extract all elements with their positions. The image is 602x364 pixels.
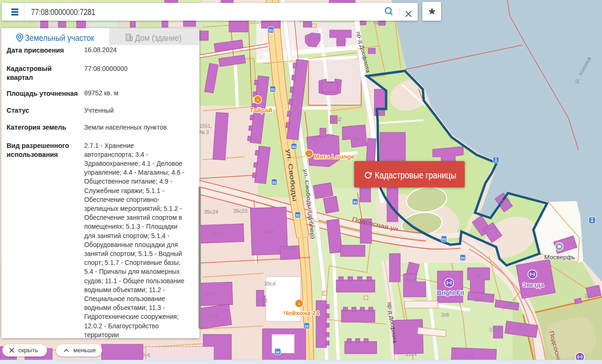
svg-text:35с23: 35с23 <box>233 208 247 214</box>
svg-text:31: 31 <box>353 200 357 204</box>
svg-text:31: 31 <box>442 237 446 241</box>
svg-text:35с7: 35с7 <box>213 230 224 236</box>
svg-text:31: 31 <box>269 28 273 32</box>
svg-text:31: 31 <box>271 87 275 92</box>
svg-text:3: 3 <box>353 310 356 316</box>
svg-text:36к1: 36к1 <box>353 136 364 142</box>
svg-text:35с5: 35с5 <box>263 229 275 234</box>
svg-text:Звезда: Звезда <box>523 281 544 288</box>
svg-text:44к2: 44к2 <box>336 39 347 44</box>
svg-text:43к1: 43к1 <box>405 277 416 283</box>
svg-text:Тайрай: Тайрай <box>250 107 272 114</box>
svg-text:31: 31 <box>305 324 309 328</box>
svg-text:35с2: 35с2 <box>463 353 475 359</box>
svg-text:35с50: 35с50 <box>203 291 217 296</box>
svg-text:2с6: 2с6 <box>441 312 449 318</box>
svg-text:42: 42 <box>312 135 317 141</box>
svg-text:37с2: 37с2 <box>489 327 500 333</box>
svg-text:44к1: 44к1 <box>309 36 319 42</box>
svg-text:39с1: 39с1 <box>507 302 518 307</box>
svg-text:2с6: 2с6 <box>142 352 150 358</box>
svg-text:31: 31 <box>461 256 465 260</box>
svg-text:36к2: 36к2 <box>331 116 341 122</box>
svg-text:41: 41 <box>475 273 481 279</box>
svg-text:31с4: 31с4 <box>405 351 417 357</box>
svg-text:35с6: 35с6 <box>207 313 218 319</box>
svg-text:Чойхона 24: Чойхона 24 <box>284 310 319 317</box>
svg-text:31: 31 <box>292 145 296 149</box>
svg-text:▪: ▪ <box>257 98 258 102</box>
svg-text:39с3: 39с3 <box>256 298 268 303</box>
svg-text:31: 31 <box>272 180 277 185</box>
svg-text:№ 3: № 3 <box>199 129 209 135</box>
svg-text:▪: ▪ <box>298 302 300 306</box>
svg-text:39с4: 39с4 <box>264 281 276 287</box>
svg-text:35с24: 35с24 <box>204 209 218 215</box>
svg-text:39с2: 39с2 <box>474 297 485 302</box>
svg-text:31: 31 <box>296 213 300 217</box>
svg-text:Bright Fit: Bright Fit <box>437 289 464 296</box>
svg-text:Ш: Ш <box>276 350 279 354</box>
svg-text:▪: ▪ <box>308 152 309 156</box>
svg-text:Мята Lounge: Мята Lounge <box>314 153 355 160</box>
svg-text:14с6: 14с6 <box>585 293 596 298</box>
svg-text:35с45: 35с45 <box>281 245 295 251</box>
svg-text:1551,: 1551, <box>199 123 212 129</box>
svg-text:Мосверфь: Мосверфь <box>544 254 575 261</box>
